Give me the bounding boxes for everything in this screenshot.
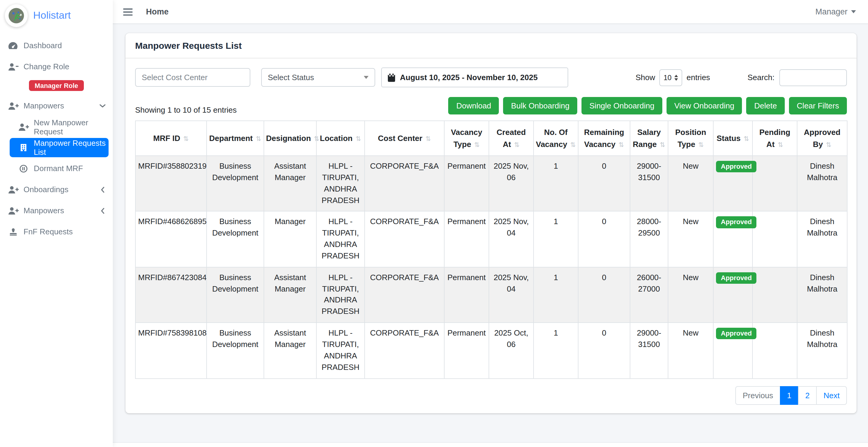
table-row[interactable]: MRFID#758398108Business DevelopmentAssis… (135, 322, 847, 378)
column-header-cost-center[interactable]: Cost Center⇅ (365, 121, 444, 156)
sidebar-item-manpower-requests-list[interactable]: Manpower Requests List (10, 138, 108, 157)
page-length-select[interactable]: 10 (659, 69, 682, 86)
cell-department: Business Development (207, 211, 264, 267)
sort-icon: ⇅ (826, 141, 831, 148)
sidebar-item-new-manpower-request[interactable]: New Manpower Request (0, 116, 113, 137)
column-header-salary-range[interactable]: Salary Range⇅ (630, 121, 668, 156)
column-header-created-at[interactable]: Created At⇅ (489, 121, 533, 156)
cell-location: HLPL - TIRUPATI, ANDHRA PRADESH (316, 267, 365, 323)
cell-created-at: 2025 Nov, 04 (489, 267, 533, 323)
table-row[interactable]: MRFID#468626895Business DevelopmentManag… (135, 211, 847, 267)
cost-center-filter-input[interactable] (135, 68, 250, 87)
sidebar-item-label: Manpower Requests List (34, 139, 108, 157)
filters-row: Select Status August 10, 2025 - November… (135, 67, 847, 88)
manpower-requests-table: MRF ID⇅Department⇅Designation⇅Location⇅C… (135, 121, 847, 379)
column-header-position-type[interactable]: Position Type⇅ (668, 121, 713, 156)
cell-status: Approved (713, 211, 752, 267)
breadcrumb-home[interactable]: Home (146, 7, 168, 16)
cell-mrf-id: MRFID#468626895 (135, 211, 207, 267)
sidebar-nav: DashboardChange RoleManager RoleManpower… (0, 30, 113, 242)
sidebar-item-label: Dashboard (24, 41, 62, 50)
sidebar-item-onboardings[interactable]: Onboardings (0, 179, 113, 200)
sidebar-item-fnf-requests[interactable]: FnF Requests (0, 221, 113, 242)
card-header: Manpower Requests List (125, 33, 857, 59)
delete-button[interactable]: Delete (746, 97, 785, 114)
cell-designation: Assistant Manager (264, 267, 316, 323)
show-entries-group: Show 10 entries (636, 69, 710, 86)
bulk-onboarding-button[interactable]: Bulk Onboarding (503, 97, 578, 114)
table-row[interactable]: MRFID#358802319Business DevelopmentAssis… (135, 156, 847, 211)
cell-remaining-vacancy: 0 (578, 156, 630, 211)
search-input[interactable] (779, 69, 847, 86)
cell-position-type: New (668, 211, 713, 267)
pagination-page-2[interactable]: 2 (798, 386, 817, 405)
column-header-location[interactable]: Location⇅ (316, 121, 365, 156)
column-header-mrf-id[interactable]: MRF ID⇅ (135, 121, 207, 156)
page-length-value: 10 (663, 73, 672, 82)
download-button[interactable]: Download (448, 97, 499, 114)
column-header-designation[interactable]: Designation⇅ (264, 121, 316, 156)
cell-mrf-id: MRFID#358802319 (135, 156, 207, 211)
column-header-no-of-vacancy[interactable]: No. Of Vacancy⇅ (533, 121, 578, 156)
date-range-filter[interactable]: August 10, 2025 - November 10, 2025 (381, 67, 568, 88)
table-row[interactable]: MRFID#867423084Business DevelopmentAssis… (135, 267, 847, 323)
cell-salary-range: 29000-31500 (630, 156, 668, 211)
status-badge: Approved (716, 328, 757, 339)
cell-designation: Assistant Manager (264, 322, 316, 378)
date-range-value: August 10, 2025 - November 10, 2025 (400, 73, 538, 82)
sort-icon: ⇅ (474, 141, 479, 148)
pagination-next[interactable]: Next (816, 386, 847, 405)
stamp-icon (7, 228, 19, 236)
view-onboarding-button[interactable]: View Onboarding (666, 97, 742, 114)
hamburger-icon[interactable] (123, 8, 133, 15)
cell-no-of-vacancy: 1 (533, 267, 578, 323)
column-header-pending-at[interactable]: Pending At⇅ (752, 121, 797, 156)
sidebar-item-change-role[interactable]: Change Role (0, 56, 113, 77)
cell-designation: Manager (264, 211, 316, 267)
sort-icon: ⇅ (778, 141, 783, 148)
cell-location: HLPL - TIRUPATI, ANDHRA PRADESH (316, 156, 365, 211)
cell-created-at: 2025 Nov, 04 (489, 211, 533, 267)
single-onboarding-button[interactable]: Single Onboarding (582, 97, 662, 114)
column-header-department[interactable]: Department⇅ (207, 121, 264, 156)
sidebar-item-manpowers-2[interactable]: Manpowers (0, 200, 113, 221)
cell-mrf-id: MRFID#867423084 (135, 267, 207, 323)
cell-pending-at (752, 211, 797, 267)
cell-remaining-vacancy: 0 (578, 322, 630, 378)
clear-filters-button[interactable]: Clear Filters (789, 97, 847, 114)
column-header-label: Location (320, 134, 352, 143)
card-title: Manpower Requests List (135, 40, 847, 50)
card-body: Select Status August 10, 2025 - November… (125, 59, 857, 413)
cell-position-type: New (668, 322, 713, 378)
manpower-requests-card: Manpower Requests List Select Status Aug… (125, 33, 857, 413)
sort-icon: ⇅ (744, 135, 749, 142)
column-header-vacancy-type[interactable]: Vacancy Type⇅ (444, 121, 489, 156)
brand[interactable]: Holistart (0, 0, 113, 30)
sidebar-item-manpowers[interactable]: Manpowers (0, 95, 113, 116)
cell-salary-range: 29000-31500 (630, 322, 668, 378)
status-filter-value: Select Status (268, 73, 314, 82)
cell-pending-at (752, 156, 797, 211)
search-group: Search: (747, 69, 847, 86)
sidebar-item-label: Change Role (24, 62, 69, 71)
sidebar-item-dashboard[interactable]: Dashboard (0, 35, 113, 56)
cell-created-at: 2025 Oct, 06 (489, 322, 533, 378)
role-badge: Manager Role (29, 80, 84, 91)
user-menu[interactable]: Manager (815, 7, 856, 16)
pagination-previous[interactable]: Previous (735, 386, 780, 405)
column-header-label: Designation (266, 134, 311, 143)
cell-no-of-vacancy: 1 (533, 211, 578, 267)
status-filter-select[interactable]: Select Status (261, 68, 375, 87)
cell-pending-at (752, 322, 797, 378)
sidebar-item-dormant-mrf[interactable]: Dormant MRF (0, 158, 113, 179)
column-header-remaining-vacancy[interactable]: Remaining Vacancy⇅ (578, 121, 630, 156)
column-header-approved-by[interactable]: Approved By⇅ (797, 121, 847, 156)
footer (113, 442, 868, 447)
column-header-status[interactable]: Status⇅ (713, 121, 752, 156)
cell-location: HLPL - TIRUPATI, ANDHRA PRADESH (316, 322, 365, 378)
user-plus-icon (7, 102, 19, 110)
cell-designation: Assistant Manager (264, 156, 316, 211)
cell-vacancy-type: Permanent (444, 322, 489, 378)
pagination-page-1[interactable]: 1 (780, 386, 799, 405)
cell-approved-by: Dinesh Malhotra (797, 156, 847, 211)
